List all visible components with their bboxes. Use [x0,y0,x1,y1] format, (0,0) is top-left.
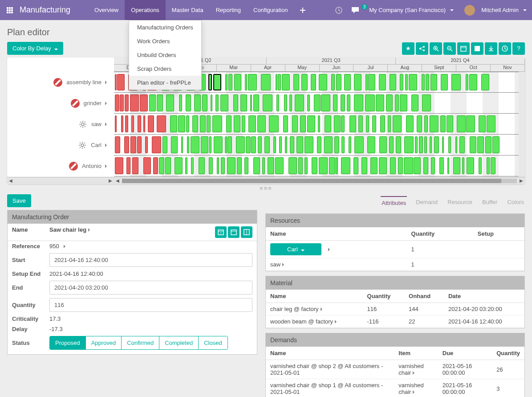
gantt-bar[interactable] [301,74,308,90]
gantt-bar[interactable] [244,157,248,174]
gantt-bar[interactable] [240,94,247,111]
company-selector[interactable]: My Company (San Francisco) [364,0,459,20]
gantt-bar[interactable] [115,74,117,90]
gantt-bar[interactable] [226,115,231,132]
gantt-bar[interactable] [262,157,265,174]
mo-reference[interactable]: 950 [49,243,252,250]
gantt-bar[interactable] [365,74,368,90]
gantt-bar[interactable] [349,136,351,153]
gantt-bar[interactable] [191,136,199,153]
gantt-bar[interactable] [248,115,256,132]
gantt-bar[interactable] [221,157,224,174]
gantt-left-scroll[interactable]: ◄► ◄ ► [7,177,525,184]
save-button[interactable]: Save [7,194,31,207]
gantt-bar[interactable] [242,115,245,132]
gantt-bar[interactable] [319,157,328,174]
gantt-bar[interactable] [367,136,375,153]
gantt-bar[interactable] [208,74,211,90]
help-icon[interactable]: ? [512,42,525,55]
gantt-bar[interactable] [248,74,257,90]
gantt-bar[interactable] [214,136,223,153]
gantt-bar[interactable] [130,94,139,111]
gantt-bar[interactable] [200,115,206,132]
gantt-bar[interactable] [273,136,276,153]
gantt-bar[interactable] [347,94,351,111]
gantt-bar[interactable] [192,115,198,132]
end-input[interactable] [49,281,252,295]
gantt-bar[interactable] [430,115,439,132]
gantt-bar[interactable] [390,157,396,174]
gantt-bar[interactable] [344,74,351,90]
dd-manufacturing-orders[interactable]: Manufacturing Orders [129,20,201,34]
gantt-bar[interactable] [179,94,182,111]
color-by-delay-button[interactable]: Color By Delay [7,42,63,55]
gantt-bar[interactable] [341,136,345,153]
user-menu[interactable]: Mitchell Admin [459,0,532,20]
gantt-bar[interactable] [284,94,287,111]
zoom-in-icon[interactable] [430,42,442,55]
gantt-bar[interactable] [423,157,429,174]
gantt-bar[interactable] [396,136,402,153]
gantt-bar[interactable] [261,74,270,90]
gantt-bar[interactable] [376,94,384,111]
gantt-bar[interactable] [386,94,393,111]
gantt-bar[interactable] [295,94,304,111]
gantt-bar[interactable] [258,136,262,153]
gantt-bar[interactable] [264,136,270,153]
gantt-bar[interactable] [455,136,458,153]
gantt-bar[interactable] [194,94,200,111]
gantt-bar[interactable] [138,115,141,132]
gantt-bar[interactable] [311,74,317,90]
apps-icon[interactable] [4,5,15,16]
gantt-bar[interactable] [321,94,330,111]
gantt-bar[interactable] [152,136,161,153]
gantt-bar[interactable] [479,115,485,132]
gantt-bar[interactable] [415,136,418,153]
gantt-bar[interactable] [305,157,308,174]
gantt-bar[interactable] [153,157,158,174]
resource-row[interactable]: grinder [7,93,114,114]
gantt-bar[interactable] [341,94,345,111]
messages-icon[interactable]: 3 [347,7,364,14]
gantt-bar[interactable] [372,115,376,132]
gantt-bar[interactable] [276,94,279,111]
gantt-bar[interactable] [237,157,242,174]
gantt-bar[interactable] [388,115,391,132]
calendar1-icon[interactable] [215,226,227,238]
gantt-bar[interactable] [404,136,414,153]
dd-work-orders[interactable]: Work Orders [129,34,201,48]
mo-name-value[interactable]: Saw chair leg [49,226,90,238]
gantt-bar[interactable] [283,115,288,132]
nav-master-data[interactable]: Master Data [166,0,210,20]
gantt-bar[interactable] [143,115,145,132]
gantt-bar[interactable] [225,74,228,90]
gantt-bar[interactable] [269,115,279,132]
gantt-bar[interactable] [426,74,429,90]
gantt-bar[interactable] [414,157,421,174]
gantt-bar[interactable] [175,157,183,174]
gantt-bar[interactable] [148,115,154,132]
gantt-bar[interactable] [137,136,142,153]
gantt-bar[interactable] [417,115,422,132]
gantt-bar[interactable] [469,74,477,90]
gantt-bar[interactable] [405,74,408,90]
start-input[interactable] [49,253,252,267]
resource-row[interactable]: Carl [7,135,114,156]
gantt-bar[interactable] [325,115,331,132]
gantt-bar[interactable] [115,115,117,132]
gantt-bar[interactable] [233,94,238,111]
gantt-bar[interactable] [236,136,245,153]
status-closed[interactable]: Closed [199,336,227,349]
gantt-bar[interactable] [404,157,413,174]
gantt-bar[interactable] [406,115,413,132]
gantt-bar[interactable] [434,136,439,153]
gantt-bar[interactable] [251,136,256,153]
status-confirmed[interactable]: Confirmed [122,336,159,349]
gantt-bar[interactable] [166,94,175,111]
gantt-bar[interactable] [220,94,228,111]
nav-operations[interactable]: Operations [125,0,166,20]
gantt-bar[interactable] [225,136,227,153]
gantt-bar[interactable] [319,74,327,90]
gantt-bar[interactable] [125,94,129,111]
gantt-bar[interactable] [361,157,368,174]
